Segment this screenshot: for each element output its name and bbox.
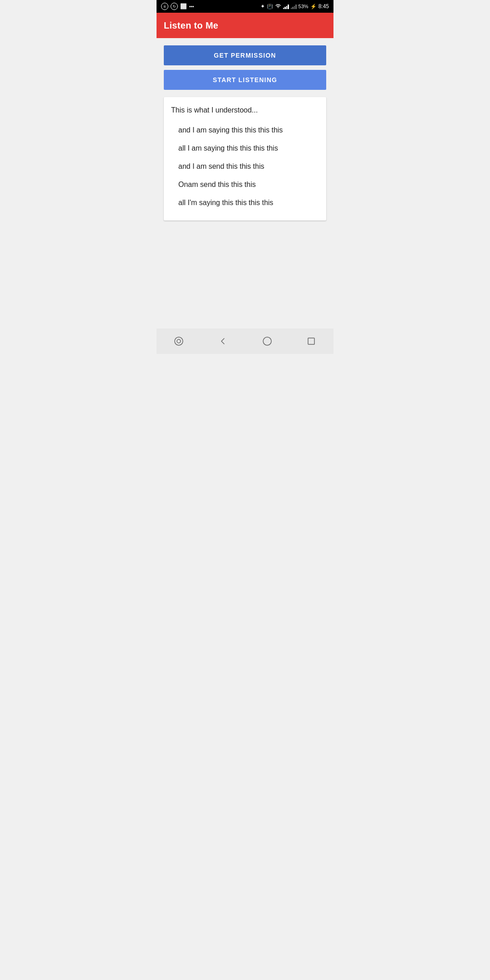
monitor-icon: ⬜ — [180, 3, 187, 10]
status-bar-left: 8 ↻ ⬜ ••• — [161, 3, 194, 10]
svg-point-1 — [177, 339, 181, 343]
get-permission-button[interactable]: GET PERMISSION — [164, 45, 326, 65]
signal-strength-2-icon — [291, 4, 297, 9]
vibrate-icon: 📳 — [267, 4, 273, 10]
svg-point-0 — [175, 337, 183, 345]
bluetooth-icon: ✦ — [260, 3, 265, 10]
battery-percentage: 53% — [299, 4, 309, 9]
app-title: Listen to Me — [164, 20, 218, 31]
nav-overview-button[interactable] — [302, 332, 320, 350]
status-bar-right: ✦ 📳 53% ⚡ 8:45 — [260, 3, 329, 10]
svg-point-2 — [263, 337, 271, 345]
time-display: 8:45 — [318, 3, 329, 10]
result-item-3: and I am send this this this — [171, 158, 319, 175]
app-icon-lastfm: ↻ — [171, 3, 178, 10]
result-item-5: all I'm saying this this this this — [171, 194, 319, 211]
nav-back-button[interactable] — [214, 332, 232, 350]
more-icon: ••• — [189, 4, 194, 9]
results-header: This is what I understood... — [171, 106, 319, 114]
main-content: GET PERMISSION START LISTENING This is w… — [157, 38, 333, 328]
signal-strength-icon — [283, 4, 289, 9]
nav-recent-button[interactable] — [170, 332, 188, 350]
svg-rect-3 — [308, 338, 314, 344]
app-bar: Listen to Me — [157, 13, 333, 38]
results-box: This is what I understood... and I am sa… — [164, 97, 326, 220]
battery-charging-icon: ⚡ — [310, 4, 317, 10]
nav-home-button[interactable] — [258, 332, 276, 350]
app-icon-8ball: 8 — [161, 3, 168, 10]
result-item-1: and I am saying this this this this — [171, 122, 319, 139]
wifi-icon — [275, 3, 281, 10]
result-item-4: Onam send this this this — [171, 176, 319, 193]
result-item-2: all I am saying this this this this — [171, 140, 319, 157]
start-listening-button[interactable]: START LISTENING — [164, 70, 326, 90]
nav-bar — [157, 328, 333, 354]
status-bar: 8 ↻ ⬜ ••• ✦ 📳 53% ⚡ 8:45 — [157, 0, 333, 13]
